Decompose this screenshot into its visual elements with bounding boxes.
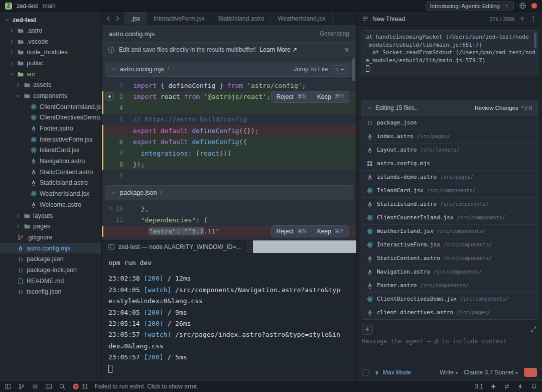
tree-item-src[interactable]: src bbox=[0, 69, 101, 80]
eslint-error-message[interactable]: Failed to run eslint. Click to show erro… bbox=[94, 383, 198, 390]
list-icon[interactable] bbox=[32, 383, 39, 390]
agent-file-layout-astro[interactable]: Layout.astro/src/layouts/ bbox=[361, 143, 537, 157]
agent-file-clientdirectivesdemo-jsx[interactable]: ClientDirectivesDemo.jsx/src/components/ bbox=[361, 292, 537, 306]
folder-icon bbox=[24, 212, 31, 219]
nav-back-icon[interactable] bbox=[105, 15, 112, 22]
search-icon[interactable] bbox=[59, 383, 66, 390]
tree-item-staticcontent-astro[interactable]: StaticContent.astro bbox=[0, 167, 101, 178]
terminal-tab[interactable]: zed-test — node ALACRITY_WINDOW_ID=... bbox=[102, 240, 247, 253]
tree-item-package-json[interactable]: {}package.json bbox=[0, 253, 101, 265]
agent-file-islandcard-jsx[interactable]: IslandCard.jsx/src/components/ bbox=[361, 184, 537, 197]
tree-item-assets[interactable]: assets bbox=[0, 79, 101, 90]
agent-file-weatherisland-jsx[interactable]: WeatherIsland.jsx/src/components/ bbox=[361, 224, 537, 238]
keep-button[interactable]: Keep⌘Y bbox=[312, 226, 349, 237]
tree-item-package-lock-json[interactable]: {}package-lock.json bbox=[0, 265, 101, 276]
tree-item-layouts[interactable]: layouts bbox=[0, 210, 101, 221]
tree-item-footer-astro[interactable]: Footer.astro bbox=[0, 123, 101, 134]
globe-icon[interactable] bbox=[519, 2, 526, 10]
stop-button[interactable] bbox=[524, 368, 537, 377]
agent-file-interactiveform-jsx[interactable]: InteractiveForm.jsx/src/components/ bbox=[361, 238, 537, 251]
tree-item-welcome-astro[interactable]: Welcome.astro bbox=[0, 199, 101, 210]
tree-item-astro-config-mjs[interactable]: astro.config.mjs bbox=[0, 243, 101, 254]
reject-button[interactable]: Reject⌘N bbox=[272, 91, 312, 102]
git-branch-icon[interactable] bbox=[18, 383, 25, 390]
agent-avatar bbox=[362, 369, 369, 376]
tree-item-tsconfig-json[interactable]: {}tsconfig.json bbox=[0, 287, 101, 298]
vertical-scrollbar-thumb[interactable] bbox=[352, 58, 355, 81]
tab-interactiveform[interactable]: InteractiveForm.jsx bbox=[147, 12, 211, 25]
trace-scrollbar-thumb[interactable] bbox=[534, 33, 536, 48]
tree-item-astro[interactable]: .astro bbox=[0, 25, 101, 36]
banner-close-icon[interactable] bbox=[504, 3, 509, 9]
project-panel-toggle-icon[interactable] bbox=[5, 383, 12, 390]
agent-file-islands-demo-astro[interactable]: islands-demo.astro/src/pages/ bbox=[361, 170, 537, 184]
new-thread-icon[interactable] bbox=[518, 15, 526, 23]
terminal-panel: zed-test — node ALACRITY_WINDOW_ID=... n… bbox=[102, 240, 356, 380]
mode-selector[interactable]: Write ▾ bbox=[440, 369, 458, 376]
agent-message-input[interactable]: Message the agent — @ to include context bbox=[362, 338, 537, 365]
terminal-line: dex=0&lang.css bbox=[108, 341, 350, 352]
banner-dismiss-icon[interactable] bbox=[343, 46, 350, 53]
more-menu-icon[interactable] bbox=[529, 15, 537, 23]
terminal-output[interactable]: npm run dev23:02:38 [200] / 12ms23:04:05… bbox=[102, 253, 356, 380]
tree-item-readme-md[interactable]: README.md bbox=[0, 276, 101, 287]
agent-file-navigation-astro[interactable]: Navigation.astro/src/components/ bbox=[361, 265, 537, 279]
notifications-bell-icon[interactable] bbox=[530, 383, 537, 390]
tree-item-clientcounterisland-jsx[interactable]: ClientCounterIsland.jsx bbox=[0, 101, 101, 112]
model-selector[interactable]: Claude 3.7 Sonnet ▾ bbox=[464, 369, 518, 376]
tab-staticisland[interactable]: StaticIsland.astro bbox=[211, 12, 271, 25]
project-root[interactable]: zed-test bbox=[0, 15, 101, 25]
folder-icon bbox=[17, 71, 24, 78]
react-icon bbox=[30, 114, 37, 121]
learn-more-link[interactable]: Learn More ↗ bbox=[260, 46, 298, 53]
max-mode-toggle[interactable]: Max Mode bbox=[374, 369, 411, 376]
agent-file-staticisland-astro[interactable]: StaticIsland.astro/src/components/ bbox=[361, 197, 537, 211]
excerpt-header-astro-config-mjs[interactable]: astro.config.mjs/Jump To File⌥↵ bbox=[105, 62, 353, 77]
editing-files-header[interactable]: Editing 15 files.. Review Changes ^⇧R bbox=[361, 101, 537, 116]
project-menu[interactable]: zed-test bbox=[17, 3, 38, 10]
agent-file-index-astro[interactable]: index.astro/src/pages/ bbox=[361, 129, 537, 143]
agent-file-astro-config-mjs[interactable]: astro.config.mjs bbox=[361, 157, 537, 170]
copilot-icon[interactable] bbox=[490, 383, 497, 390]
assistant-icon[interactable] bbox=[517, 383, 524, 390]
tree-item-gitignore[interactable]: .gitignore bbox=[0, 232, 101, 243]
reject-button[interactable]: Reject⌘N bbox=[272, 226, 312, 237]
agent-file-clientcounterisland-jsx[interactable]: ClientCounterIsland.jsx/src/components/ bbox=[361, 211, 537, 224]
agent-file-client-directives-astro[interactable]: client-directives.astro/src/pages/ bbox=[361, 306, 537, 319]
agent-file-footer-astro[interactable]: Footer.astro/src/components/ bbox=[361, 279, 537, 292]
tree-item-weatherisland-jsx[interactable]: WeatherIsland.jsx bbox=[0, 188, 101, 199]
expand-composer-icon[interactable] bbox=[530, 326, 537, 333]
json-icon: {} bbox=[17, 288, 24, 295]
tree-item-staticisland-astro[interactable]: StaticIsland.astro bbox=[0, 178, 101, 189]
agent-file-staticcontent-astro[interactable]: StaticContent.astro/src/components/ bbox=[361, 251, 537, 265]
tree-item-islandcard-jsx[interactable]: IslandCard.jsx bbox=[0, 145, 101, 156]
add-context-button[interactable] bbox=[362, 324, 373, 335]
tree-item-vscode[interactable]: .vscode bbox=[0, 36, 101, 47]
tree-item-interactiveform-jsx[interactable]: InteractiveForm.jsx bbox=[0, 134, 101, 145]
agent-file-package-json[interactable]: {}package.json bbox=[361, 116, 537, 129]
cursor-position[interactable]: 3:1 bbox=[475, 383, 483, 390]
tree-item-public[interactable]: public bbox=[0, 58, 101, 69]
review-changes-button[interactable]: Review Changes bbox=[475, 105, 518, 111]
tree-item-navigation-astro[interactable]: Navigation.astro bbox=[0, 156, 101, 167]
jump-to-file-button[interactable]: Jump To File bbox=[294, 66, 328, 73]
agent-output-card[interactable]: at handleIncomingPacket (/Users/pan/zed-… bbox=[361, 30, 538, 75]
info-icon bbox=[108, 46, 115, 53]
tree-item-components[interactable]: components bbox=[0, 90, 101, 101]
tab-jsx[interactable]: .jsx bbox=[124, 12, 147, 25]
branch-menu[interactable]: main bbox=[43, 3, 56, 10]
tree-item-clientdirectivesdemo-jsx[interactable]: ClientDirectivesDemo.jsx bbox=[0, 112, 101, 123]
agentic-editing-banner[interactable]: Introducing: Agentic Editing bbox=[426, 2, 514, 11]
tree-item-pages[interactable]: pages bbox=[0, 221, 101, 232]
tree-item-node-modules[interactable]: node_modules bbox=[0, 47, 101, 58]
tab-weatherisland[interactable]: WeatherIsland.jsx bbox=[271, 12, 332, 25]
thread-title[interactable]: New Thread bbox=[372, 16, 405, 23]
diagnostics-indicator[interactable]: 11 bbox=[72, 383, 88, 390]
sync-icon[interactable] bbox=[503, 383, 510, 390]
terminal-toggle-icon[interactable] bbox=[45, 383, 52, 390]
astro-icon bbox=[366, 309, 373, 316]
horizontal-scrollbar-thumb[interactable] bbox=[253, 240, 356, 253]
keep-button[interactable]: Keep⌘Y bbox=[312, 91, 349, 102]
excerpt-header-package-json[interactable]: package.json/ bbox=[105, 185, 353, 200]
nav-forward-icon[interactable] bbox=[113, 15, 121, 22]
